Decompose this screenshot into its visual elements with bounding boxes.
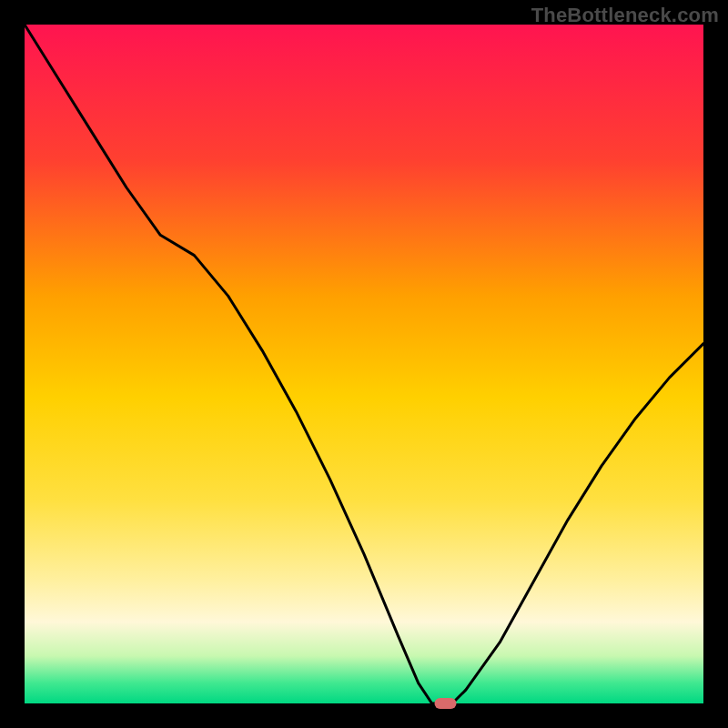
plot-background	[25, 25, 703, 703]
optimum-marker	[435, 698, 457, 709]
watermark-text: TheBottleneck.com	[531, 4, 719, 27]
bottleneck-chart	[0, 0, 728, 728]
chart-container: TheBottleneck.com	[0, 0, 728, 728]
